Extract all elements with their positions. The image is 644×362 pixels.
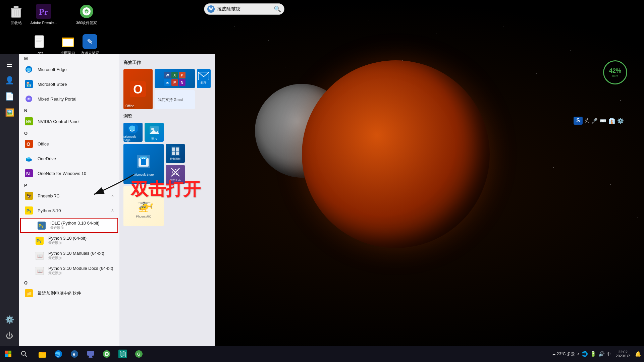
python64-name: Python 3.10 (64-bit) [48, 236, 87, 241]
notification-btn[interactable]: 🔔 [635, 351, 641, 357]
svg-text:Py: Py [37, 239, 42, 243]
tile-office-apps[interactable]: W X P ☁ P N [155, 69, 195, 88]
start-button[interactable] [0, 346, 16, 362]
sidebar-power[interactable]: ⏻ [3, 329, 16, 343]
taskbar-app7[interactable]: G [131, 347, 146, 361]
svg-line-77 [25, 355, 27, 357]
app-python-manuals[interactable]: 📖 Python 3.10 Manuals (64-bit) 最近添加 [19, 248, 119, 263]
app-office[interactable]: O Office [19, 136, 119, 151]
search-logo-icon: W [207, 5, 215, 13]
edge-app-name: Microsoft Edge [38, 67, 67, 72]
start-menu-sidebar: ☰ 👤 📄 🖼️ ⚙️ ⏻ [0, 54, 19, 346]
desktop-icon-recycle[interactable]: 回收站 [3, 3, 30, 25]
control-tile-label: 控制面板 [170, 157, 181, 161]
app-q-software[interactable]: 📁 最近加到电脑中的软件 [19, 286, 119, 301]
systray-expand[interactable]: ∧ [577, 352, 580, 356]
app-idle[interactable]: Py IDLE (Python 3.10 64-bit) 最近添加 [20, 218, 118, 233]
sogou-mic-icon[interactable]: 🎤 [591, 118, 598, 124]
taskbar-ie[interactable]: e [67, 347, 82, 361]
mr-icon [24, 94, 34, 104]
sidebar-documents[interactable]: 📄 [3, 90, 16, 103]
app-microsoft-edge[interactable]: Microsoft Edge [19, 62, 119, 77]
moon-large [302, 60, 490, 248]
weather-info: ☁ 23°C 多云 [552, 351, 575, 357]
tiles-panel: 高效工作 O Office W X [119, 54, 215, 346]
svg-text:✎: ✎ [87, 38, 93, 46]
desktop-icon-get[interactable]: get [27, 34, 54, 55]
network-icon[interactable]: 🌐 [582, 351, 588, 357]
sogou-mode[interactable]: 英 [585, 118, 589, 124]
start-menu: ☰ 👤 📄 🖼️ ⚙️ ⏻ M Microsoft Edge 🏪 Microso… [0, 54, 215, 346]
python-manuals-info: Python 3.10 Manuals (64-bit) 最近添加 [48, 251, 104, 260]
search-input[interactable]: 拉皮除皱纹 [204, 3, 284, 15]
svg-rect-78 [39, 352, 46, 358]
tile-phoenix[interactable]: 🚁 PhoenixRC [123, 186, 164, 226]
section-n: N [19, 106, 119, 114]
tile-gmail[interactable]: 我们支持 Gmail [155, 90, 195, 109]
sidebar-pictures[interactable]: 🖼️ [3, 106, 16, 119]
sound-icon[interactable]: 🔊 [598, 351, 605, 357]
nvidia-app-name: NVIDIA Control Panel [38, 119, 79, 124]
taskbar-360[interactable] [99, 347, 114, 361]
app-phoenixrc[interactable]: 🦅 PhoenixRC ∧ [19, 188, 119, 203]
sogou-skin-icon[interactable]: 👔 [608, 118, 615, 124]
app-mixed-reality[interactable]: Mixed Reality Portal [19, 92, 119, 106]
tile-mail[interactable]: 邮件 [197, 69, 211, 88]
svg-text:🏪: 🏪 [26, 81, 32, 87]
app-onedrive[interactable]: OneDrive [19, 151, 119, 166]
app-onenote[interactable]: N OneNote for Windows 10 [19, 166, 119, 181]
tile-photos[interactable]: 照片 [145, 123, 164, 142]
input-method[interactable]: 中 [607, 351, 611, 357]
battery-icon[interactable]: 🔋 [590, 351, 596, 357]
sidebar-settings[interactable]: ⚙️ [3, 313, 16, 326]
taskbar-this-pc[interactable] [83, 347, 98, 361]
svg-rect-18 [63, 39, 73, 46]
app-microsoft-store[interactable]: 🏪 Microsoft Store [19, 77, 119, 92]
taskbar-file-explorer[interactable] [35, 347, 50, 361]
python-app-name: Python 3.10 [38, 208, 61, 213]
edge-icon [24, 65, 34, 74]
python-expand-icon[interactable]: ∧ [111, 208, 114, 213]
svg-text:NV: NV [26, 120, 32, 124]
tile-ms-store[interactable]: Microsoft Store [123, 144, 164, 184]
desktop-icon-youdao[interactable]: ✎ 有道云笔记 [76, 34, 103, 55]
desktop-icon-premiere[interactable]: Pr Adobe Premie... [30, 3, 57, 25]
search-submit-icon[interactable]: 🔍 [274, 5, 281, 13]
section-o: O [19, 129, 119, 136]
python-manuals-sublabel: 最近添加 [48, 256, 104, 260]
sogou-keyboard-icon[interactable]: ⌨️ [600, 118, 606, 124]
tile-snip[interactable]: 截图工具 [166, 165, 185, 184]
taskbar-search-btn[interactable] [16, 346, 32, 362]
app-python310[interactable]: Py Python 3.10 ∧ [19, 203, 119, 218]
sidebar-hamburger[interactable]: ☰ [3, 58, 16, 71]
sogou-settings-icon[interactable]: ⚙️ [617, 118, 624, 124]
taskbar-edge[interactable] [51, 347, 66, 361]
taskbar-systray: ☁ 23°C 多云 ∧ 🌐 🔋 🔊 中 22:02 2023/1/7 🔔 [549, 350, 644, 358]
onenote-icon: N [24, 169, 34, 178]
tile-office[interactable]: O Office [123, 69, 153, 109]
python-manuals-icon: 📖 [35, 251, 44, 260]
tile-edge[interactable]: Microsoft Edge [123, 123, 143, 142]
sidebar-user[interactable]: 👤 [3, 74, 16, 87]
taskbar-clock[interactable]: 22:02 2023/1/7 [613, 350, 633, 358]
tile-control[interactable]: 控制面板 [166, 144, 185, 163]
phoenix-expand-icon[interactable]: ∧ [111, 193, 114, 198]
onenote-app-name: OneNote for Windows 10 [38, 171, 86, 176]
performance-widget: 42% 0K/s [603, 60, 627, 84]
360-icon: 360 [78, 3, 95, 19]
svg-rect-84 [89, 357, 93, 358]
app-python64[interactable]: Py Python 3.10 (64-bit) 最近添加 [19, 233, 119, 248]
app-nvidia[interactable]: NV NVIDIA Control Panel [19, 114, 119, 129]
section-m: M [19, 54, 119, 62]
svg-rect-2 [14, 6, 18, 8]
perf-sublabel: 0K/s [612, 74, 618, 78]
store-right-col: 控制面板 截图工具 [166, 144, 185, 184]
onedrive-icon [24, 154, 34, 163]
svg-point-27 [28, 98, 30, 100]
desktop-icon-360[interactable]: 360 360软件管家 [73, 3, 100, 25]
weather-text: 23°C 多云 [557, 352, 575, 356]
svg-rect-61 [141, 159, 146, 165]
app-python-module-docs[interactable]: 📖 Python 3.10 Module Docs (64-bit) 最近添加 [19, 263, 119, 278]
svg-text:Pr: Pr [39, 7, 48, 17]
taskbar-maps[interactable] [115, 347, 130, 361]
